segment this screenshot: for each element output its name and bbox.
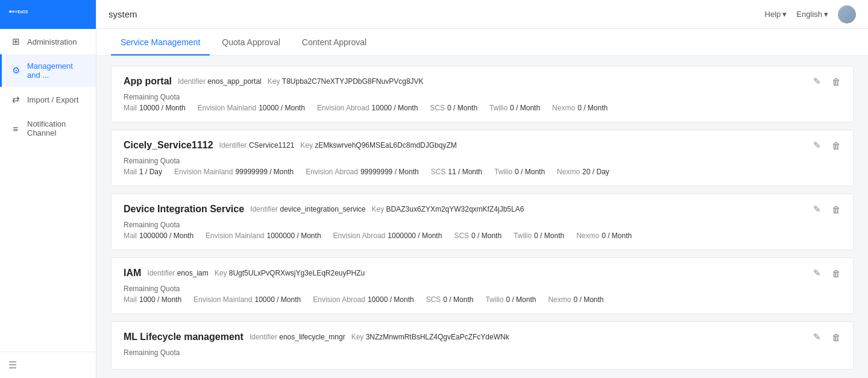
- sidebar-item-import-export[interactable]: ⇄ Import / Export: [0, 87, 96, 112]
- quota-label: Mail: [124, 168, 137, 176]
- service-actions: ✎ 🗑: [811, 75, 843, 88]
- quota-label: Envision Abroad: [306, 168, 358, 176]
- delete-button[interactable]: 🗑: [829, 203, 843, 216]
- service-identifier-value: device_integration_service: [280, 205, 365, 213]
- quota-value: 99999999 / Month: [235, 168, 294, 176]
- quota-value: 0 / Month: [534, 232, 564, 240]
- service-identifier-value: enos_iam: [177, 269, 209, 277]
- quota-value: 0 / Month: [443, 295, 473, 304]
- svg-point-2: [15, 10, 17, 13]
- sidebar-item-management[interactable]: ⚙ Management and ...: [0, 54, 96, 87]
- service-header: IAM Identifier enos_iam Key 8Ugt5ULxPvQR…: [124, 268, 841, 279]
- edit-button[interactable]: ✎: [811, 75, 823, 88]
- services-list: ✎ 🗑 App portal Identifier enos_app_porta…: [111, 66, 854, 370]
- edit-button[interactable]: ✎: [811, 203, 823, 216]
- notification-icon: ≡: [10, 123, 21, 134]
- quota-label: Nexmo: [576, 232, 599, 240]
- header: system Help ▾ English ▾: [96, 0, 868, 29]
- quota-label: SCS: [430, 104, 445, 112]
- service-key-value: 8Ugt5ULxPvQRXwsjYg3eLEqR2euyPHZu: [229, 269, 365, 277]
- quota-row: Mail 1000 / Month Envision Mainland 1000…: [124, 295, 841, 304]
- edit-button[interactable]: ✎: [811, 139, 823, 152]
- service-actions: ✎ 🗑: [811, 203, 843, 216]
- quota-value: 10000 / Month: [368, 295, 414, 304]
- service-actions: ✎ 🗑: [811, 139, 843, 152]
- quota-label: Twilio: [494, 168, 512, 176]
- remaining-quota-title: Remaining Quota: [124, 93, 841, 101]
- service-card: ✎ 🗑 App portal Identifier enos_app_porta…: [111, 66, 854, 122]
- user-avatar[interactable]: [838, 5, 856, 24]
- service-name: Device Integration Service: [124, 204, 244, 215]
- import-export-icon: ⇄: [10, 94, 21, 105]
- quota-label: Mail: [124, 104, 137, 112]
- quota-section: Envision Abroad 1000000 / Month: [333, 232, 442, 240]
- remaining-quota-title: Remaining Quota: [124, 221, 841, 229]
- page-title: system: [108, 9, 137, 19]
- sidebar-item-administration[interactable]: ⊞ Administration: [0, 29, 96, 54]
- help-chevron-icon: ▾: [782, 10, 787, 19]
- quota-value: 10000 / Month: [139, 104, 186, 112]
- sidebar-item-import-export-label: Import / Export: [27, 95, 78, 104]
- sidebar: EnOS™ ⊞ Administration ⚙ Management and …: [0, 0, 96, 378]
- help-label: Help: [765, 10, 781, 19]
- quota-label: Mail: [124, 295, 137, 304]
- content-area: ✎ 🗑 App portal Identifier enos_app_porta…: [96, 56, 868, 378]
- hamburger-icon[interactable]: ☰: [8, 360, 17, 370]
- quota-section: Nexmo 0 / Month: [548, 295, 603, 304]
- quota-section: Twilio 0 / Month: [489, 104, 540, 112]
- language-label: English: [796, 10, 822, 19]
- quota-row: Mail 1000000 / Month Envision Mainland 1…: [124, 232, 841, 240]
- quota-section: Envision Abroad 10000 / Month: [313, 295, 414, 304]
- delete-button[interactable]: 🗑: [829, 266, 843, 280]
- quota-value: 0 / Month: [577, 104, 608, 112]
- sidebar-item-notification[interactable]: ≡ Notification Channel: [0, 112, 96, 145]
- service-card: ✎ 🗑 Cicely_Service1112 Identifier CServi…: [111, 130, 854, 186]
- remaining-quota-title: Remaining Quota: [124, 285, 841, 293]
- quota-label: SCS: [454, 232, 469, 240]
- tab-content-approval[interactable]: Content Approval: [292, 29, 376, 55]
- service-name: App portal: [124, 76, 172, 87]
- quota-value: 0 / Month: [506, 295, 536, 304]
- quota-section: Mail 1 / Day: [124, 168, 162, 176]
- remaining-quota-title: Remaining Quota: [124, 157, 841, 165]
- quota-value: 0 / Month: [515, 168, 545, 176]
- quota-label: Twilio: [514, 232, 532, 240]
- tab-service-management[interactable]: Service Management: [111, 29, 210, 55]
- delete-button[interactable]: 🗑: [829, 139, 843, 152]
- service-key-value: BDAZ3ux6ZYXm2qYW32qxmKfZ4jJb5LA6: [386, 205, 524, 213]
- quota-label: Envision Abroad: [317, 104, 370, 112]
- tab-quota-approval[interactable]: Quota Approval: [212, 29, 290, 55]
- service-identifier-value: enos_lifecycle_mngr: [279, 333, 345, 341]
- quota-value: 10000 / Month: [259, 104, 305, 112]
- quota-value: 11 / Month: [448, 168, 482, 176]
- edit-button[interactable]: ✎: [811, 266, 823, 280]
- quota-row: Mail 10000 / Month Envision Mainland 100…: [124, 104, 841, 112]
- service-identifier-label: Identifier enos_app_portal: [178, 77, 262, 86]
- service-card: ✎ 🗑 IAM Identifier enos_iam Key 8Ugt5ULx…: [111, 257, 854, 314]
- edit-button[interactable]: ✎: [811, 330, 823, 344]
- delete-button[interactable]: 🗑: [829, 75, 843, 88]
- quota-section: Nexmo 0 / Month: [576, 232, 632, 240]
- sidebar-item-notification-label: Notification Channel: [27, 119, 87, 137]
- quota-value: 0 / Month: [447, 104, 477, 112]
- quota-label: SCS: [426, 295, 441, 304]
- quota-label: Nexmo: [548, 295, 571, 304]
- service-key-label: Key BDAZ3ux6ZYXm2qYW32qxmKfZ4jJb5LA6: [372, 205, 524, 213]
- quota-label: Envision Mainland: [206, 232, 264, 240]
- quota-section: SCS 0 / Month: [430, 104, 477, 112]
- quota-section: Twilio 0 / Month: [514, 232, 564, 240]
- quota-section: Envision Mainland 10000 / Month: [193, 295, 301, 304]
- service-key-value: zEMkswrvehQ96MSEaL6Dc8mdDJGbqyZM: [315, 141, 456, 150]
- service-name: Cicely_Service1112: [124, 140, 213, 151]
- sidebar-item-administration-label: Administration: [27, 37, 77, 46]
- quota-section: Envision Abroad 10000 / Month: [317, 104, 418, 112]
- app-logo: EnOS™: [0, 0, 96, 29]
- service-actions: ✎ 🗑: [811, 266, 843, 280]
- quota-section: SCS 0 / Month: [426, 295, 474, 304]
- delete-button[interactable]: 🗑: [829, 330, 843, 344]
- help-menu[interactable]: Help ▾: [765, 10, 787, 19]
- quota-label: Envision Mainland: [198, 104, 256, 112]
- quota-value: 20 / Day: [582, 168, 609, 176]
- service-name: ML Lifecycle management: [124, 332, 244, 342]
- language-selector[interactable]: English ▾: [796, 10, 828, 19]
